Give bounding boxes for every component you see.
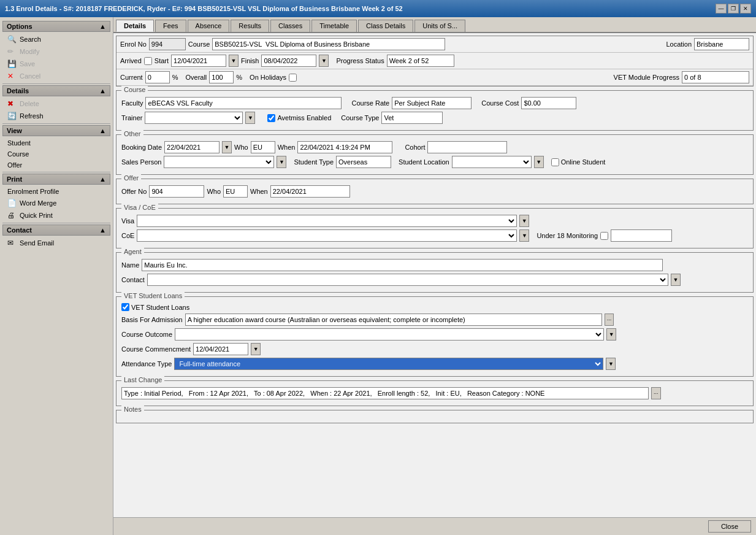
booking-date-input[interactable]: [164, 141, 220, 153]
sidebar-section-contact[interactable]: Contact ▲: [2, 225, 110, 236]
trainer-select[interactable]: [145, 112, 243, 124]
sidebar-section-view[interactable]: View ▲: [2, 125, 110, 136]
offer-no-input[interactable]: [149, 185, 204, 198]
basis-input[interactable]: [185, 314, 602, 326]
attendance-type-label: Attendance Type: [121, 360, 172, 368]
send-email-label: Send Email: [20, 239, 54, 247]
student-type-input[interactable]: [336, 156, 391, 168]
faculty-input[interactable]: [145, 97, 342, 109]
progress-status-label: Progress Status: [336, 57, 384, 64]
agent-contact-label: Contact: [121, 276, 145, 283]
vet-loans-section: VET Student Loans VET Student Loans Basi…: [116, 296, 754, 377]
course-type-label: Course Type: [341, 114, 379, 121]
vet-loans-checkbox[interactable]: [121, 303, 129, 311]
offer-when-input[interactable]: [270, 185, 350, 198]
tab-class-details[interactable]: Class Details: [358, 20, 413, 32]
on-holidays-checkbox[interactable]: [289, 74, 297, 82]
course-outcome-select[interactable]: [175, 328, 604, 341]
agent-contact-select[interactable]: [147, 274, 668, 286]
tab-fees[interactable]: Fees: [155, 20, 186, 32]
sidebar-item-quick-print[interactable]: 🖨 Quick Print: [0, 209, 113, 221]
when1-input[interactable]: [297, 141, 392, 153]
tab-classes[interactable]: Classes: [270, 20, 310, 32]
course-outcome-dropdown[interactable]: ▼: [606, 328, 616, 341]
sidebar-section-details[interactable]: Details ▲: [2, 85, 110, 96]
tab-results[interactable]: Results: [231, 20, 269, 32]
divider-1: [2, 83, 110, 84]
agent-name-input[interactable]: [142, 259, 663, 271]
notes-section: Notes: [116, 410, 754, 423]
divider-3: [2, 172, 110, 172]
course-input[interactable]: [212, 38, 445, 50]
sidebar-item-offer[interactable]: Offer: [0, 160, 113, 171]
last-change-ellipsis[interactable]: ···: [651, 387, 661, 399]
sidebar-section-options[interactable]: Options ▲: [2, 21, 110, 32]
tab-absence[interactable]: Absence: [188, 20, 230, 32]
coe-label: CoE: [121, 232, 134, 239]
coe-dropdown[interactable]: ▼: [519, 229, 529, 242]
restore-button[interactable]: ❐: [728, 4, 739, 13]
visa-dropdown[interactable]: ▼: [519, 215, 529, 227]
who1-label: Who: [234, 144, 248, 151]
coe-select[interactable]: [137, 229, 517, 242]
tab-units[interactable]: Units of S...: [414, 20, 465, 32]
overall-input[interactable]: [209, 71, 234, 83]
course-label: Course: [7, 150, 29, 158]
sidebar-item-course[interactable]: Course: [0, 148, 113, 160]
enrol-no-input[interactable]: [149, 38, 186, 50]
enrolment-profile-label: Enrolment Profile: [7, 188, 59, 195]
contact-arrow: ▲: [99, 226, 106, 234]
print-arrow: ▲: [99, 175, 106, 183]
options-label: Options: [7, 23, 32, 30]
sidebar-item-send-email[interactable]: ✉ Send Email: [0, 237, 113, 249]
vet-loans-row-4: Attendance Type Full-time attendance ▼: [121, 358, 748, 370]
tab-timetable[interactable]: Timetable: [311, 20, 357, 32]
basis-ellipsis[interactable]: ···: [605, 314, 614, 326]
sidebar-item-modify[interactable]: ✏ Modify: [0, 45, 113, 58]
arrived-checkbox[interactable]: [144, 57, 152, 65]
sidebar-item-delete[interactable]: ✖ Delete: [0, 98, 113, 110]
who1-input[interactable]: [251, 141, 275, 153]
start-input[interactable]: [171, 55, 226, 67]
sidebar-item-student[interactable]: Student: [0, 137, 113, 148]
attendance-type-dropdown[interactable]: ▼: [606, 358, 616, 370]
agent-contact-dropdown[interactable]: ▼: [671, 274, 681, 286]
sidebar-item-search[interactable]: 🔍 Search: [0, 33, 113, 45]
window-controls: — ❐ ✕: [716, 4, 751, 13]
course-commencement-input[interactable]: [193, 343, 248, 355]
online-student-checkbox[interactable]: [551, 158, 559, 166]
sales-person-dropdown[interactable]: ▼: [277, 156, 286, 168]
trainer-dropdown[interactable]: ▼: [245, 112, 255, 124]
sidebar-section-print[interactable]: Print ▲: [2, 174, 110, 185]
close-window-button[interactable]: ✕: [740, 4, 751, 13]
visa-select[interactable]: [137, 215, 517, 227]
under18-input[interactable]: [611, 229, 672, 242]
sidebar-item-word-merge[interactable]: 📄 Word Merge: [0, 197, 113, 209]
finish-dropdown[interactable]: ▼: [319, 55, 329, 67]
minimize-button[interactable]: —: [716, 4, 727, 13]
sidebar-item-save[interactable]: 💾 Save: [0, 58, 113, 70]
student-location-dropdown[interactable]: ▼: [534, 156, 544, 168]
current-input[interactable]: [145, 71, 170, 83]
close-button[interactable]: Close: [708, 520, 751, 533]
student-location-select[interactable]: [452, 156, 532, 168]
sidebar-item-cancel[interactable]: ✕ Cancel: [0, 70, 113, 82]
attendance-type-select[interactable]: Full-time attendance: [174, 358, 603, 370]
course-cost-input[interactable]: [521, 97, 576, 109]
offer-who-input[interactable]: [223, 185, 248, 198]
student-label: Student: [7, 139, 31, 147]
under18-checkbox[interactable]: [600, 232, 608, 240]
sidebar-item-refresh[interactable]: 🔄 Refresh: [0, 110, 113, 122]
student-location-label: Student Location: [399, 158, 449, 166]
location-input[interactable]: [694, 38, 749, 50]
percent1-label: %: [172, 74, 178, 81]
finish-input[interactable]: [261, 55, 316, 67]
course-commencement-dropdown[interactable]: ▼: [251, 343, 261, 355]
cohort-input[interactable]: [427, 141, 507, 153]
sidebar-item-enrolment-profile[interactable]: Enrolment Profile: [0, 186, 113, 197]
sales-person-select[interactable]: [164, 156, 274, 168]
start-dropdown[interactable]: ▼: [229, 55, 239, 67]
avetmiss-checkbox[interactable]: [267, 114, 275, 122]
booking-date-dropdown[interactable]: ▼: [222, 141, 232, 153]
tab-details[interactable]: Details: [116, 20, 154, 32]
